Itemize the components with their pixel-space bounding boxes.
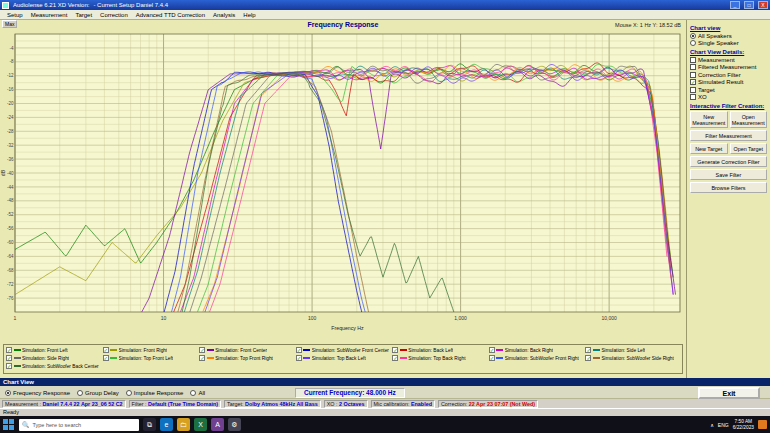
checkbox-simulated-result[interactable]: ✓Simulated Result [690,79,767,85]
legend-checkbox[interactable]: ✓ [296,347,302,353]
legend-item[interactable]: ✓Simulation: Top Front Left [103,355,198,361]
legend-checkbox[interactable]: ✓ [392,355,398,361]
legend-checkbox[interactable]: ✓ [6,355,12,361]
legend-checkbox[interactable]: ✓ [103,347,109,353]
legend-item[interactable]: ✓Simulation: Top Front Right [199,355,294,361]
checkbox-filtered-measurement[interactable]: Filtered Measurement [690,64,767,70]
mode-impulse-response[interactable]: Impulse Response [126,390,184,396]
radio-icon[interactable] [5,390,11,396]
checkbox-icon[interactable]: ✓ [690,79,696,85]
exit-button[interactable]: Exit [698,387,760,399]
legend-checkbox[interactable]: ✓ [6,363,12,369]
checkbox-xo[interactable]: XO [690,94,767,100]
menu-analysis[interactable]: Analysis [209,12,239,18]
save-filter-button[interactable]: Save Filter [690,169,767,180]
language-indicator[interactable]: ENG [718,422,729,428]
legend-checkbox[interactable]: ✓ [392,347,398,353]
legend-item-label: Simulation: Back Right [505,348,553,353]
tray-caret-icon[interactable]: ∧ [710,422,714,428]
legend-item-label: Simulation: Front Right [119,348,168,353]
menu-advanced-ttd-correction[interactable]: Advanced TTD Correction [132,12,209,18]
checkbox-icon[interactable] [690,64,696,70]
legend-color-swatch [496,349,503,351]
legend-color-swatch [400,349,407,351]
legend-item[interactable]: ✓Simulation: Top Back Left [296,355,391,361]
menu-correction[interactable]: Correction [96,12,132,18]
legend-checkbox[interactable]: ✓ [489,355,495,361]
settings-icon[interactable]: ⚙ [228,418,241,431]
legend-item[interactable]: ✓Simulation: Front Center [199,347,294,353]
status-segment-measurement: Measurement : Daniel 7.4.4 22 Apr 23_06 … [2,400,126,408]
legend-checkbox[interactable]: ✓ [296,355,302,361]
mode-group-delay[interactable]: Group Delay [77,390,119,396]
legend-item[interactable]: ✓Simulation: Top Back Right [392,355,487,361]
legend-item[interactable]: ✓Simulation: SubWoofer Front Right [489,355,584,361]
radio-icon[interactable] [77,390,83,396]
legend-checkbox[interactable]: ✓ [103,355,109,361]
legend-item[interactable]: ✓Simulation: Back Left [392,347,487,353]
svg-text:-16: -16 [7,87,14,92]
checkbox-icon[interactable] [690,87,696,93]
filter-measurement-button[interactable]: Filter Measurement [690,130,767,141]
legend-item[interactable]: ✓Simulation: Side Right [6,355,101,361]
window-title-doc: - Current Setup Daniel 7.4.4 [93,2,168,8]
excel-icon[interactable]: X [194,418,207,431]
menu-setup[interactable]: Setup [3,12,27,18]
menu-target[interactable]: Target [71,12,96,18]
open-target-button[interactable]: Open Target [730,143,768,154]
mode-frequency-response[interactable]: Frequency Response [5,390,70,396]
open-measurement-button[interactable]: Open Measurement [730,111,768,128]
menu-help[interactable]: Help [239,12,259,18]
legend-item[interactable]: ✓Simulation: Front Left [6,347,101,353]
radio-icon[interactable] [126,390,132,396]
mode-all[interactable]: All [190,390,205,396]
svg-text:-4: -4 [9,46,13,51]
legend-color-swatch [593,357,600,359]
legend-checkbox[interactable]: ✓ [489,347,495,353]
radio-icon[interactable] [190,390,196,396]
legend-item-label: Simulation: Back Left [408,348,453,353]
checkbox-icon[interactable] [690,72,696,78]
chart-title: Frequency Response [0,21,686,28]
legend-checkbox[interactable]: ✓ [6,347,12,353]
legend-item[interactable]: ✓Simulation: SubWoofer Back Center [6,363,101,369]
close-button[interactable]: X [758,1,768,9]
browse-filters-button[interactable]: Browse Filters [690,182,767,193]
radio-icon[interactable] [690,33,696,39]
taskbar-search-input[interactable]: 🔍 Type here to search [19,419,139,431]
legend-checkbox[interactable]: ✓ [199,347,205,353]
chart-view-section-title: Chart view [690,25,767,31]
audiolense-taskbar-icon[interactable]: A [211,418,224,431]
checkbox-icon[interactable] [690,57,696,63]
titlebar: Audiolense 6.21 XD Version: - Current Se… [0,0,770,10]
new-measurement-button[interactable]: New Measurement [690,111,728,128]
checkbox-target[interactable]: Target [690,87,767,93]
file-explorer-icon[interactable]: 🗀 [177,418,190,431]
taskbar-clock[interactable]: 7:50 AM 6/22/2023 [733,419,754,431]
legend-checkbox[interactable]: ✓ [585,355,591,361]
legend-item[interactable]: ✓Simulation: SubWoofer Side Right [585,355,680,361]
frequency-response-plot[interactable]: -4-8-12-16-20-24-28-32-36-40-44-48-52-56… [0,30,685,343]
legend-checkbox[interactable]: ✓ [199,355,205,361]
start-button-icon[interactable] [3,419,15,431]
legend-item[interactable]: ✓Simulation: Front Right [103,347,198,353]
generate-correction-filter-button[interactable]: Generate Correction Filter [690,156,767,167]
new-target-button[interactable]: New Target [690,143,728,154]
legend-item[interactable]: ✓Simulation: SubWoofer Front Center [296,347,391,353]
edge-browser-icon[interactable]: e [160,418,173,431]
task-view-icon[interactable]: ⧉ [143,418,156,431]
checkbox-measurement[interactable]: Measurement [690,57,767,63]
checkbox-icon[interactable] [690,94,696,100]
notification-center-icon[interactable] [758,420,767,429]
radio-icon[interactable] [690,40,696,46]
radio-all-speakers[interactable]: All Speakers [690,33,767,39]
radio-single-speaker[interactable]: Single Speaker [690,40,767,46]
menu-measurement[interactable]: Measurement [27,12,72,18]
legend-item[interactable]: ✓Simulation: Back Right [489,347,584,353]
minimize-button[interactable]: _ [730,1,740,9]
legend-item[interactable]: ✓Simulation: Side Left [585,347,680,353]
legend-checkbox[interactable]: ✓ [585,347,591,353]
checkbox-correction-filter[interactable]: Correction Filter [690,72,767,78]
maximize-button[interactable]: □ [744,1,754,9]
svg-text:-20: -20 [7,101,14,106]
